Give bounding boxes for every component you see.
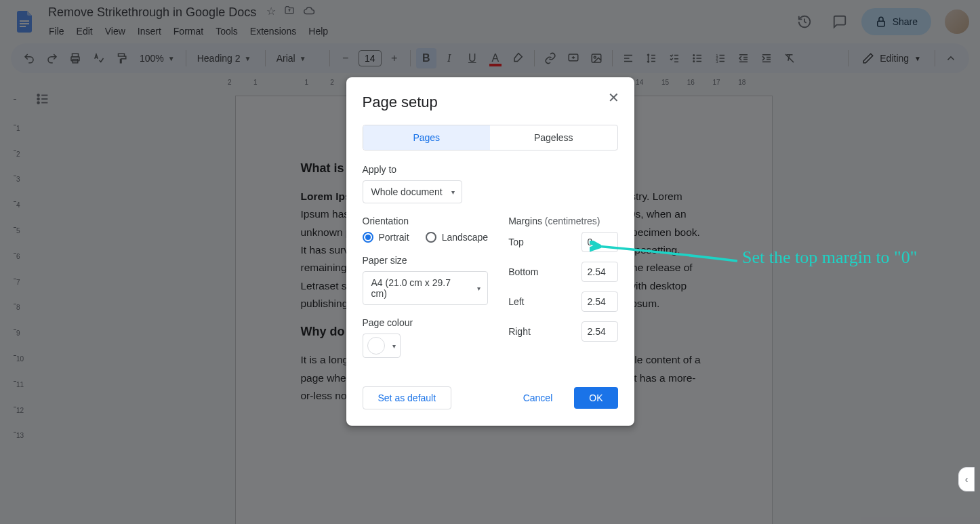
apply-to-label: Apply to bbox=[363, 164, 618, 175]
margin-top-input[interactable] bbox=[581, 232, 618, 252]
close-button[interactable]: ✕ bbox=[606, 89, 622, 106]
ok-button[interactable]: OK bbox=[574, 387, 617, 409]
side-panel-toggle[interactable]: ‹ bbox=[958, 467, 975, 491]
margin-right-label: Right bbox=[508, 326, 531, 337]
radio-landscape[interactable]: Landscape bbox=[426, 232, 489, 243]
cancel-button[interactable]: Cancel bbox=[508, 387, 568, 409]
margins-label: Margins (centimetres) bbox=[508, 216, 617, 226]
paper-size-select[interactable]: A4 (21.0 cm x 29.7 cm) bbox=[363, 271, 489, 305]
tab-pageless[interactable]: Pageless bbox=[490, 125, 617, 150]
dialog-title: Page setup bbox=[363, 94, 618, 111]
margin-left-input[interactable] bbox=[581, 291, 618, 312]
tab-pages[interactable]: Pages bbox=[363, 125, 491, 150]
paper-size-label: Paper size bbox=[363, 255, 489, 266]
page-setup-dialog: Page setup ✕ Pages Pageless Apply to Who… bbox=[346, 77, 634, 426]
margin-top-label: Top bbox=[508, 237, 524, 247]
margin-bottom-input[interactable] bbox=[581, 262, 618, 282]
tabs: Pages Pageless bbox=[363, 125, 618, 150]
page-colour-select[interactable] bbox=[363, 334, 401, 358]
page-colour-label: Page colour bbox=[363, 317, 489, 328]
orientation-label: Orientation bbox=[363, 216, 489, 226]
set-default-button[interactable]: Set as default bbox=[363, 386, 452, 409]
apply-to-select[interactable]: Whole document bbox=[363, 180, 462, 203]
margin-right-input[interactable] bbox=[581, 321, 618, 342]
margin-bottom-label: Bottom bbox=[508, 266, 538, 277]
modal-overlay: Page setup ✕ Pages Pageless Apply to Who… bbox=[0, 0, 980, 524]
margin-left-label: Left bbox=[508, 296, 524, 307]
radio-portrait[interactable]: Portrait bbox=[363, 232, 409, 243]
